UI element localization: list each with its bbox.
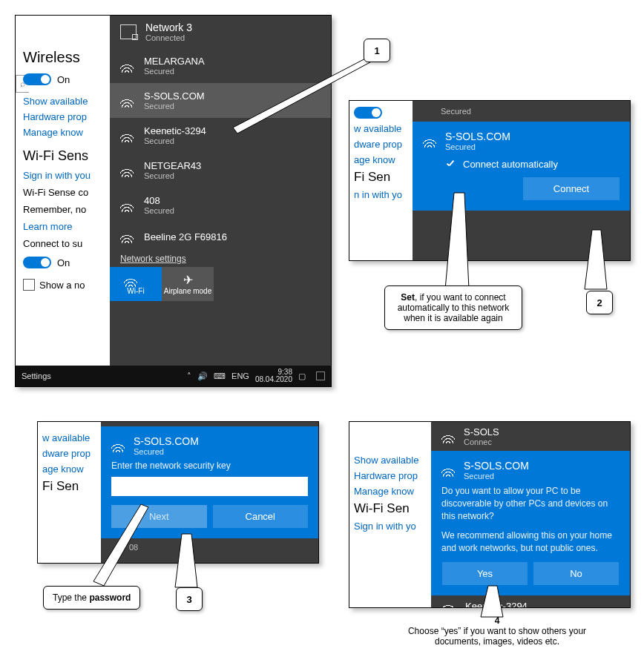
p4-link2[interactable]: Hardware prop — [354, 470, 427, 481]
p2-net-sec: Secured — [445, 142, 510, 151]
svg-marker-4 — [175, 534, 197, 587]
network-header: Network 3 Connected — [110, 16, 331, 48]
wifi-icon — [124, 274, 137, 287]
p3-net-name: S-SOLS.COM — [134, 435, 199, 447]
p4-net-name: S-SOLS.COM — [464, 460, 529, 472]
airplane-icon: ✈ — [183, 273, 193, 287]
wifi-icon — [423, 134, 436, 148]
p2-grey-top: Secured — [413, 101, 630, 122]
wifi-icon — [120, 164, 134, 177]
tray-keyboard-icon[interactable]: ⌨ — [214, 372, 226, 381]
wifi-icon — [120, 230, 134, 243]
wifi-icon — [441, 463, 455, 477]
link-learn-more[interactable]: Learn more — [23, 221, 102, 232]
sense-toggle[interactable] — [23, 257, 51, 268]
discover-msg1: Do you want to allow your PC to be disco… — [441, 485, 620, 522]
p3-section: Fi Sen — [42, 479, 96, 494]
network-name: MELARGANA — [144, 56, 205, 67]
no-button[interactable]: No — [533, 562, 619, 585]
network-name: NETGEAR43 — [144, 160, 201, 171]
wifi-icon — [111, 439, 125, 452]
yes-button[interactable]: Yes — [442, 562, 528, 585]
network-settings-link[interactable]: Network settings — [110, 251, 331, 267]
settings-left-pane: Wireless ⌕ On Show available Hardware pr… — [16, 16, 110, 386]
p4-signin[interactable]: Sign in with yo — [354, 521, 427, 532]
bubble-auto-bold: Set — [401, 292, 415, 303]
current-network-name: Network 3 — [145, 22, 192, 33]
mode-wifi[interactable]: Wi-Fi — [110, 267, 162, 301]
p2-link3[interactable]: age know — [354, 154, 408, 165]
p3-link2[interactable]: dware prop — [42, 448, 96, 459]
discover-msg2: We recommend allowing this on your home … — [441, 529, 620, 555]
taskbar-settings[interactable]: Settings — [22, 372, 51, 380]
wifi-icon — [120, 129, 134, 142]
mode-airplane-label: Airplane mode — [164, 287, 211, 295]
tray-volume-icon[interactable]: 🔊 — [197, 372, 208, 381]
network-security: Secured — [144, 136, 206, 145]
p3-link1[interactable]: w available — [42, 432, 96, 443]
caption-4-text: Choose “yes” if you want to show others … — [408, 626, 586, 647]
p4-net-sec: Secured — [464, 472, 529, 481]
wifi-icon — [120, 59, 134, 73]
show-notif-checkbox[interactable]: Show a no — [23, 279, 102, 291]
link-signin[interactable]: Sign in with you — [23, 170, 102, 181]
connect-auto-checkbox[interactable]: Connect automatically — [445, 159, 620, 170]
p4-grey-sub: Connec — [464, 438, 499, 446]
network-item[interactable]: 408Secured — [110, 188, 331, 222]
wifi-toggle-label: On — [57, 74, 70, 85]
wireless-heading: Wireless — [23, 49, 102, 66]
panel-step4: Show available Hardware prop Manage know… — [349, 421, 631, 608]
p2-net-name: S-SOLS.COM — [445, 131, 510, 142]
connect-auto-label: Connect automatically — [463, 159, 558, 170]
show-notif-label: Show a no — [39, 280, 85, 291]
network-item[interactable]: NETGEAR43Secured — [110, 153, 331, 188]
link-hardware-props[interactable]: Hardware prop — [23, 111, 102, 122]
mode-wifi-label: Wi-Fi — [127, 287, 144, 295]
network-name: Keenetic-3294 — [144, 125, 206, 136]
link-show-available[interactable]: Show available — [23, 96, 102, 107]
mode-airplane[interactable]: ✈ Airplane mode — [162, 267, 214, 301]
connect-button[interactable]: Connect — [523, 177, 620, 200]
tray-up-icon[interactable]: ˄ — [187, 372, 191, 381]
p2-section: Fi Sen — [354, 170, 408, 185]
wifi-icon — [441, 600, 455, 608]
p4-link1[interactable]: Show available — [354, 455, 427, 466]
text-sense: Wi-Fi Sense co — [23, 187, 102, 198]
password-input[interactable] — [111, 477, 308, 496]
network-security: Secured — [144, 171, 201, 180]
network-security: Secured — [144, 67, 205, 76]
link-manage-known[interactable]: Manage know — [23, 127, 102, 138]
p4-section: Wi-Fi Sen — [354, 501, 427, 516]
network-security: Secured — [144, 102, 205, 110]
taskbar: Settings ˄ 🔊 ⌨ ENG 9:38 08.04.2020 ▢ — [16, 366, 331, 386]
callout-2: 2 — [586, 291, 613, 314]
text-connect-suggested: Connect to su — [23, 238, 102, 249]
sense-toggle-label: On — [57, 257, 70, 268]
callout-1: 1 — [364, 39, 390, 62]
network-name: Beeline 2G F69816 — [144, 231, 227, 242]
svg-marker-3 — [93, 504, 148, 586]
network-item[interactable]: Beeline 2G F69816 — [110, 222, 331, 251]
p2-signin[interactable]: n in with yo — [354, 189, 408, 200]
callout-3: 3 — [176, 587, 203, 611]
tray-lang[interactable]: ENG — [231, 372, 249, 380]
password-prompt: Enter the network security key — [111, 460, 308, 471]
wifi-toggle[interactable] — [23, 73, 51, 85]
tray-show-desktop[interactable] — [316, 372, 325, 380]
network-name: 408 — [144, 195, 174, 206]
wifi-icon — [120, 94, 134, 108]
p4-right: S-SOLS Connec S-SOLS.COM Secured Do you … — [431, 422, 630, 607]
network-name: S-SOLS.COM — [144, 90, 205, 102]
p4-link3[interactable]: Manage know — [354, 486, 427, 497]
p3-link3[interactable]: age know — [42, 463, 96, 475]
bubble-password: Type the password — [43, 586, 140, 610]
svg-marker-2 — [585, 230, 607, 289]
tray-date: 08.04.2020 — [255, 376, 292, 383]
network-security: Secured — [144, 206, 174, 215]
wifi-sense-heading: Wi-Fi Sens — [23, 148, 102, 164]
cancel-button[interactable]: Cancel — [213, 505, 309, 528]
bubble-auto: Set, if you want to connect automaticall… — [384, 285, 522, 330]
tray-notif-icon[interactable]: ▢ — [298, 372, 306, 381]
p4-grey-name: S-SOLS — [464, 426, 499, 438]
p4-left: Show available Hardware prop Manage know… — [349, 422, 431, 607]
